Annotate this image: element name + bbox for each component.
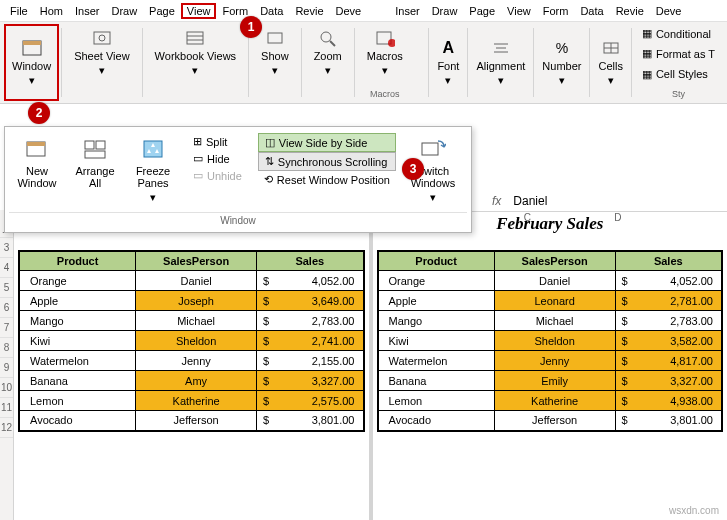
table-row[interactable]: AppleLeonard$2,781.00: [378, 291, 723, 311]
cell-product[interactable]: Orange: [19, 271, 136, 291]
cell-product[interactable]: Watermelon: [19, 351, 136, 371]
cell-sales[interactable]: 2,783.00: [275, 311, 363, 331]
cell-product[interactable]: Banana: [19, 371, 136, 391]
cell-sales[interactable]: 3,801.00: [275, 411, 363, 431]
number-button[interactable]: % Number ▾: [536, 24, 587, 101]
sheet-view-button[interactable]: Sheet View ▾: [68, 26, 135, 79]
cell-person[interactable]: Sheldon: [494, 331, 615, 351]
synchronous-scrolling-button[interactable]: ⇅Synchronous Scrolling: [258, 152, 396, 171]
table-row[interactable]: AppleJoseph$3,649.00: [19, 291, 364, 311]
fx-icon[interactable]: fx: [484, 194, 509, 208]
font-button[interactable]: A Font ▾: [431, 24, 465, 101]
menu2-data[interactable]: Data: [574, 3, 609, 19]
cell-sales[interactable]: 4,052.00: [634, 271, 722, 291]
cell-person[interactable]: Katherine: [136, 391, 257, 411]
cell-person[interactable]: Sheldon: [136, 331, 257, 351]
menu2-form[interactable]: Form: [537, 3, 575, 19]
cell-currency[interactable]: $: [257, 291, 276, 311]
table-row[interactable]: MangoMichael$2,783.00: [19, 311, 364, 331]
menu-file[interactable]: File: [4, 3, 34, 19]
cell-product[interactable]: Mango: [378, 311, 495, 331]
show-button[interactable]: Show ▾: [255, 26, 295, 79]
table-row[interactable]: KiwiSheldon$3,582.00: [378, 331, 723, 351]
format-as-table-button[interactable]: ▦Format as T: [638, 46, 719, 61]
cell-currency[interactable]: $: [257, 391, 276, 411]
menu-draw[interactable]: Draw: [105, 3, 143, 19]
new-window-button[interactable]: New Window: [9, 131, 65, 208]
row-11[interactable]: 11: [0, 398, 13, 418]
cell-currency[interactable]: $: [615, 291, 634, 311]
zoom-button[interactable]: Zoom ▾: [308, 26, 348, 79]
cell-person[interactable]: Amy: [136, 371, 257, 391]
cell-sales[interactable]: 3,327.00: [634, 371, 722, 391]
unhide-button[interactable]: ▭Unhide: [187, 167, 248, 184]
cell-currency[interactable]: $: [615, 331, 634, 351]
menu-developer[interactable]: Deve: [330, 3, 368, 19]
col-d[interactable]: D: [573, 212, 664, 228]
th-sales[interactable]: Sales: [257, 251, 364, 271]
menu-insert[interactable]: Inser: [69, 3, 105, 19]
th-sales-r[interactable]: Sales: [615, 251, 722, 271]
cell-product[interactable]: Kiwi: [378, 331, 495, 351]
cell-product[interactable]: Lemon: [19, 391, 136, 411]
cell-sales[interactable]: 3,649.00: [275, 291, 363, 311]
table-row[interactable]: LemonKatherine$2,575.00: [19, 391, 364, 411]
cell-person[interactable]: Jenny: [494, 351, 615, 371]
cell-currency[interactable]: $: [615, 371, 634, 391]
col-c[interactable]: C: [482, 212, 573, 228]
window-button[interactable]: Window ▾: [4, 24, 59, 101]
reset-window-position-button[interactable]: ⟲Reset Window Position: [258, 171, 396, 188]
cell-currency[interactable]: $: [257, 351, 276, 371]
cell-product[interactable]: Avocado: [19, 411, 136, 431]
cell-sales[interactable]: 3,327.00: [275, 371, 363, 391]
menu-home[interactable]: Hom: [34, 3, 69, 19]
cell-sales[interactable]: 4,817.00: [634, 351, 722, 371]
workbook-views-button[interactable]: Workbook Views ▾: [149, 26, 243, 79]
cell-sales[interactable]: 2,741.00: [275, 331, 363, 351]
cell-product[interactable]: Kiwi: [19, 331, 136, 351]
table-row[interactable]: OrangeDaniel$4,052.00: [19, 271, 364, 291]
cell-styles-button[interactable]: ▦Cell Styles: [638, 67, 712, 82]
cell-person[interactable]: Daniel: [136, 271, 257, 291]
table-row[interactable]: WatermelonJenny$2,155.00: [19, 351, 364, 371]
menu-view[interactable]: View: [181, 3, 217, 19]
row-9[interactable]: 9: [0, 358, 13, 378]
cell-person[interactable]: Joseph: [136, 291, 257, 311]
row-6[interactable]: 6: [0, 298, 13, 318]
alignment-button[interactable]: Alignment ▾: [470, 24, 531, 101]
cell-product[interactable]: Apple: [19, 291, 136, 311]
menu2-review[interactable]: Revie: [610, 3, 650, 19]
menu2-insert[interactable]: Inser: [389, 3, 425, 19]
table-row[interactable]: WatermelonJenny$4,817.00: [378, 351, 723, 371]
cell-sales[interactable]: 2,781.00: [634, 291, 722, 311]
cell-product[interactable]: Banana: [378, 371, 495, 391]
cell-sales[interactable]: 2,575.00: [275, 391, 363, 411]
cell-person[interactable]: Daniel: [494, 271, 615, 291]
row-12[interactable]: 12: [0, 418, 13, 438]
cell-currency[interactable]: $: [615, 411, 634, 431]
cell-person[interactable]: Michael: [136, 311, 257, 331]
table-row[interactable]: AvocadoJefferson$3,801.00: [19, 411, 364, 431]
th-product-r[interactable]: Product: [378, 251, 495, 271]
table-row[interactable]: MangoMichael$2,783.00: [378, 311, 723, 331]
th-salesperson-r[interactable]: SalesPerson: [494, 251, 615, 271]
table-row[interactable]: BananaAmy$3,327.00: [19, 371, 364, 391]
cell-sales[interactable]: 3,801.00: [634, 411, 722, 431]
cell-currency[interactable]: $: [257, 271, 276, 291]
arrange-all-button[interactable]: Arrange All: [67, 131, 123, 208]
table-row[interactable]: OrangeDaniel$4,052.00: [378, 271, 723, 291]
cell-currency[interactable]: $: [257, 311, 276, 331]
cell-product[interactable]: Mango: [19, 311, 136, 331]
cell-currency[interactable]: $: [615, 311, 634, 331]
cell-sales[interactable]: 2,155.00: [275, 351, 363, 371]
row-8[interactable]: 8: [0, 338, 13, 358]
table-row[interactable]: LemonKatherine$4,938.00: [378, 391, 723, 411]
cell-person[interactable]: Leonard: [494, 291, 615, 311]
cell-product[interactable]: Apple: [378, 291, 495, 311]
split-button[interactable]: ⊞Split: [187, 133, 248, 150]
menu2-developer[interactable]: Deve: [650, 3, 688, 19]
conditional-format-button[interactable]: ▦Conditional: [638, 26, 715, 41]
row-7[interactable]: 7: [0, 318, 13, 338]
menu2-page[interactable]: Page: [463, 3, 501, 19]
macros-button[interactable]: Macros ▾: [361, 26, 409, 79]
